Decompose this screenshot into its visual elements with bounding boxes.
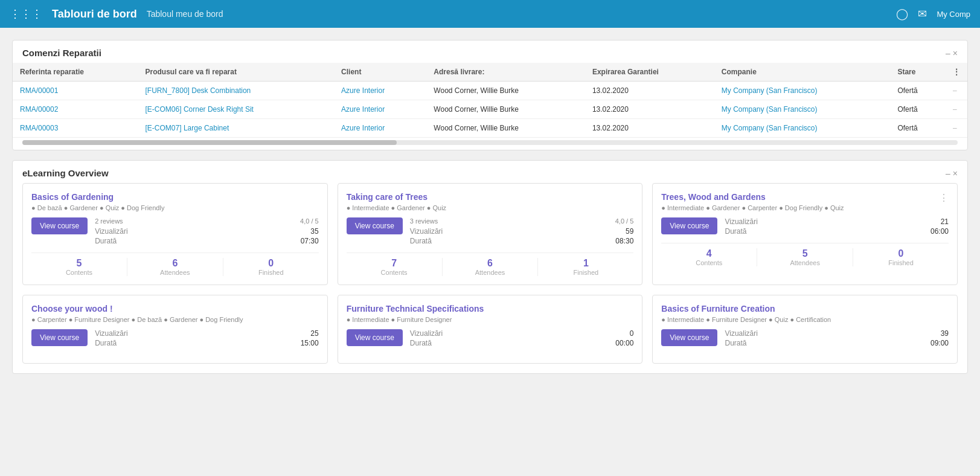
top-navigation: ⋮⋮⋮ Tablouri de bord Tabloul meu de bord… [0, 0, 980, 28]
col-ref: Referinta reparatie [13, 63, 138, 82]
repair-client-link[interactable]: Azure Interior [334, 82, 426, 100]
course-title[interactable]: Trees, Wood and Gardens [661, 192, 949, 202]
course-title[interactable]: Basics of Gardening [31, 192, 319, 202]
view-course-button[interactable]: View course [31, 329, 88, 346]
course-body: View course 2 reviews 4,0 / 5 Vizualizăr… [31, 217, 319, 246]
contents-label: Contents [347, 269, 442, 276]
repair-product-link[interactable]: [FURN_7800] Desk Combination [138, 82, 335, 100]
elearning-widget: eLearning Overview – × Basics of Gardeni… [12, 160, 968, 374]
view-course-button[interactable]: View course [661, 329, 717, 346]
repair-address: Wood Corner, Willie Burke [426, 100, 585, 119]
course-tags: ● Carpenter ● Furniture Designer ● De ba… [31, 316, 319, 323]
course-card: Choose your wood ! ● Carpenter ● Furnitu… [22, 295, 328, 364]
repair-expiry: 13.02.2020 [585, 100, 714, 119]
main-content: Comenzi Reparatii – × Referinta reparati… [0, 28, 980, 386]
course-tags: ● De bază ● Gardener ● Quiz ● Dog Friend… [31, 204, 319, 211]
course-stats: Vizualizări 21 Durată 06:00 [725, 217, 949, 237]
course-card: Furniture Technical Specifications ● Int… [338, 295, 643, 364]
attendees-stat: 6 Attendees [127, 258, 223, 276]
repair-address: Wood Corner, Willie Burke [426, 119, 585, 138]
elearning-widget-title: eLearning Overview [22, 168, 109, 178]
attendees-label: Attendees [443, 269, 538, 276]
elearning-widget-close[interactable]: – × [946, 169, 958, 178]
view-course-button[interactable]: View course [347, 217, 403, 234]
repair-client-link[interactable]: Azure Interior [334, 119, 426, 138]
durata-label: Durată [95, 237, 117, 245]
repair-product-link[interactable]: [E-COM07] Large Cabinet [138, 119, 335, 138]
repairs-widget-title: Comenzi Reparatii [22, 48, 101, 58]
repair-company-link[interactable]: My Company (San Francisco) [714, 82, 891, 100]
repair-company-link[interactable]: My Company (San Francisco) [714, 100, 891, 119]
course-tags: ● Intermediate ● Gardener ● Quiz [347, 204, 634, 211]
repair-row-actions[interactable]: – [946, 82, 967, 100]
vizualizari-label: Vizualizări [725, 329, 757, 338]
repair-ref-link[interactable]: RMA/00001 [13, 82, 138, 100]
course-body: View course 3 reviews 4,0 / 5 Vizualizăr… [347, 217, 634, 246]
repairs-table: Referinta reparatie Produsul care va fi … [13, 63, 967, 138]
course-title[interactable]: Basics of Furniture Creation [661, 304, 949, 314]
breadcrumb: Tabloul meu de bord [147, 9, 887, 19]
finished-label: Finished [853, 259, 949, 266]
repair-ref-link[interactable]: RMA/00002 [13, 100, 138, 119]
close-icon[interactable]: × [953, 169, 958, 178]
col-status: Stare [890, 63, 946, 82]
durata-value: 07:30 [301, 237, 319, 245]
repairs-widget-header: Comenzi Reparatii – × [13, 40, 967, 63]
repair-company-link[interactable]: My Company (San Francisco) [714, 119, 891, 138]
vizualizari-label: Vizualizări [95, 329, 127, 338]
repair-row-actions[interactable]: – [946, 100, 967, 119]
course-reviews: 2 reviews [95, 217, 123, 225]
course-stats: 3 reviews 4,0 / 5 Vizualizări 59 Durată … [410, 217, 634, 246]
view-course-button[interactable]: View course [31, 217, 88, 234]
course-card: Basics of Gardening ● De bază ● Gardener… [22, 183, 328, 285]
repair-client-link[interactable]: Azure Interior [334, 100, 426, 119]
course-card: Taking care of Trees ● Intermediate ● Ga… [338, 183, 643, 285]
course-tags: ● Intermediate ● Furniture Designer ● Qu… [661, 316, 949, 323]
durata-value: 08:30 [615, 237, 633, 245]
course-title[interactable]: Furniture Technical Specifications [347, 304, 634, 314]
repair-status: Ofertă [890, 82, 946, 100]
grid-icon[interactable]: ⋮⋮⋮ [10, 7, 42, 21]
attendees-label: Attendees [757, 259, 853, 266]
close-icon[interactable]: × [953, 48, 958, 58]
vizualizari-value: 25 [310, 329, 318, 338]
vizualizari-value: 59 [626, 227, 633, 236]
repair-ref-link[interactable]: RMA/00003 [13, 119, 138, 138]
contents-label: Contents [31, 269, 127, 276]
minimize-icon[interactable]: – [946, 169, 950, 178]
course-body: View course Vizualizări 39 Durată 09:00 [661, 329, 949, 349]
repair-address: Wood Corner, Willie Burke [426, 82, 585, 100]
vizualizari-value: 35 [310, 227, 318, 236]
course-stats: 2 reviews 4,0 / 5 Vizualizări 35 Durată … [95, 217, 319, 246]
repair-product-link[interactable]: [E-COM06] Corner Desk Right Sit [138, 100, 335, 119]
minimize-icon[interactable]: – [946, 48, 950, 58]
repair-row-actions[interactable]: – [946, 119, 967, 138]
course-tags: ● Intermediate ● Furniture Designer [347, 316, 634, 323]
durata-label: Durată [725, 227, 746, 236]
repairs-widget-close[interactable]: – × [946, 48, 958, 58]
course-card: Basics of Furniture Creation ● Intermedi… [652, 295, 958, 364]
vizualizari-value: 0 [630, 329, 634, 338]
repair-expiry: 13.02.2020 [585, 82, 714, 100]
col-actions: ⋮ [946, 63, 967, 82]
table-row: RMA/00001 [FURN_7800] Desk Combination A… [13, 82, 967, 100]
vizualizari-value: 39 [941, 329, 949, 338]
durata-value: 15:00 [301, 339, 319, 347]
course-title[interactable]: Taking care of Trees [347, 192, 634, 202]
elearning-courses-grid: Basics of Gardening ● De bază ● Gardener… [13, 183, 967, 373]
table-scrollbar[interactable] [22, 140, 958, 145]
course-options-icon[interactable]: ⋮ [939, 192, 949, 204]
contents-value: 7 [347, 258, 442, 269]
durata-value: 06:00 [930, 227, 949, 236]
repair-expiry: 13.02.2020 [585, 119, 714, 138]
course-title[interactable]: Choose your wood ! [31, 304, 319, 314]
topnav-actions: ◯ ✉ My Comp [896, 7, 970, 21]
clock-icon[interactable]: ◯ [896, 7, 908, 21]
course-body: View course Vizualizări 21 Durată 06:00 [661, 217, 949, 237]
view-course-button[interactable]: View course [661, 217, 717, 234]
finished-value: 0 [853, 248, 949, 259]
finished-label: Finished [223, 269, 319, 276]
view-course-button[interactable]: View course [347, 329, 403, 346]
col-expiry: Expirarea Garantiei [585, 63, 714, 82]
chat-icon[interactable]: ✉ [918, 7, 927, 21]
